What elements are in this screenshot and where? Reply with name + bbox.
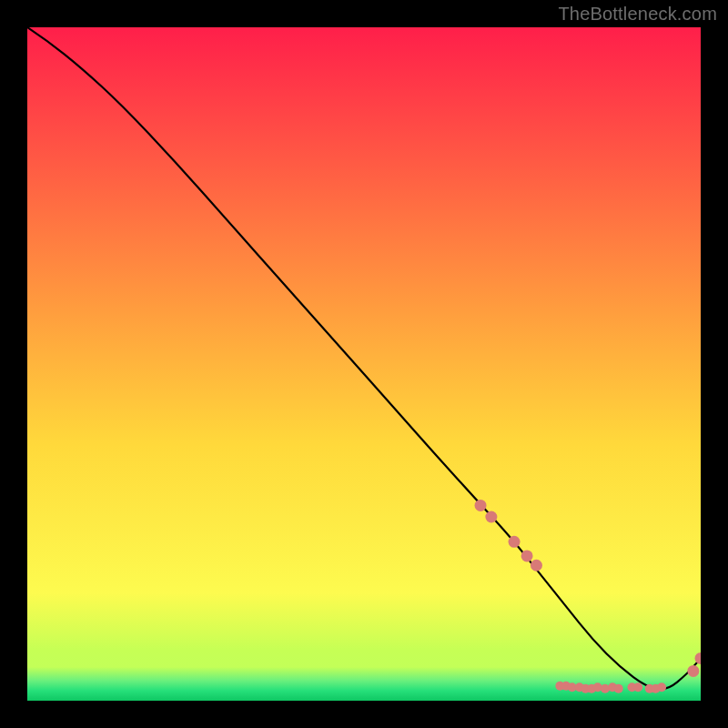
data-point-marker	[614, 684, 623, 693]
data-point-marker	[687, 665, 699, 677]
data-markers-on-curve	[475, 500, 701, 677]
chart-plot-area	[27, 27, 701, 701]
outer-black-frame: TheBottleneck.com	[0, 0, 728, 728]
data-point-marker	[531, 560, 542, 571]
data-point-marker	[475, 500, 487, 511]
bottleneck-curve	[27, 27, 701, 689]
data-point-marker	[657, 682, 666, 692]
data-point-marker	[521, 550, 533, 561]
data-point-marker	[485, 511, 497, 522]
chart-curve-layer	[27, 27, 701, 701]
data-point-marker	[633, 682, 642, 692]
watermark-text: TheBottleneck.com	[558, 4, 717, 25]
data-point-marker	[509, 536, 521, 548]
data-markers-valley	[555, 682, 666, 693]
data-point-marker	[695, 652, 702, 664]
